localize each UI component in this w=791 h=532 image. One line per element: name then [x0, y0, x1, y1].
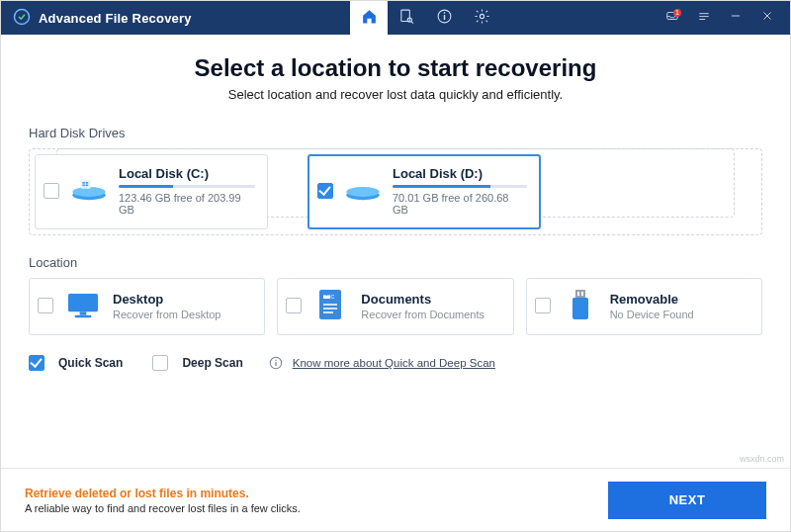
svg-line-3	[411, 21, 413, 23]
notifications-button[interactable]: 1	[659, 1, 685, 35]
svg-rect-20	[86, 182, 88, 184]
promo-subtitle: A reliable way to find and recover lost …	[25, 502, 301, 514]
svg-rect-1	[401, 10, 410, 21]
tab-home[interactable]	[350, 1, 388, 35]
location-sub: Recover from Desktop	[113, 309, 220, 320]
deep-scan-checkbox[interactable]	[152, 355, 168, 371]
gear-icon	[474, 8, 490, 29]
home-icon	[361, 8, 378, 29]
hdd-icon	[69, 177, 109, 205]
hdd-icon	[343, 177, 383, 205]
location-name: Removable	[610, 292, 694, 307]
promo-title: Retrieve deleted or lost files in minute…	[25, 487, 301, 500]
svg-rect-39	[275, 360, 276, 361]
svg-rect-29	[323, 304, 337, 306]
usb-icon	[561, 289, 600, 322]
location-checkbox-desktop[interactable]	[38, 298, 53, 313]
svg-rect-35	[577, 292, 579, 296]
drive-name: Local Disk (D:)	[393, 166, 527, 181]
quick-scan-checkbox[interactable]	[29, 355, 44, 371]
close-icon	[760, 9, 774, 27]
documents-icon: DOC	[311, 289, 351, 322]
location-sub: Recover from Documents	[361, 309, 484, 320]
location-card-desktop[interactable]: Desktop Recover from Desktop	[29, 278, 265, 335]
svg-rect-33	[575, 290, 585, 298]
page-subtitle: Select location and recover lost data qu…	[29, 87, 762, 102]
svg-rect-24	[68, 294, 98, 311]
titlebar-tabs	[350, 1, 500, 35]
feedback-button[interactable]	[691, 1, 717, 35]
quick-scan-label: Quick Scan	[58, 356, 123, 370]
svg-rect-19	[82, 184, 84, 186]
location-card-removable[interactable]: Removable No Device Found	[526, 278, 762, 335]
app-brand: Advanced File Recovery	[1, 8, 192, 29]
minimize-button[interactable]	[723, 1, 748, 35]
deep-scan-label: Deep Scan	[182, 356, 242, 370]
search-doc-icon	[398, 8, 415, 29]
capacity-bar	[119, 185, 255, 188]
svg-rect-18	[82, 182, 84, 184]
location-name: Documents	[361, 292, 484, 307]
menu-lines-icon	[697, 9, 711, 27]
svg-rect-25	[80, 312, 87, 315]
page-title: Select a location to start recovering	[29, 54, 762, 82]
watermark: wsxdn.com	[740, 454, 784, 464]
minimize-icon	[729, 9, 743, 27]
location-name: Desktop	[113, 292, 220, 307]
svg-rect-26	[75, 315, 92, 317]
svg-rect-6	[444, 12, 445, 13]
location-checkbox-documents[interactable]	[286, 298, 302, 313]
next-button[interactable]: NEXT	[608, 482, 766, 519]
tab-about[interactable]	[425, 1, 463, 35]
drive-freespace: 123.46 GB free of 203.99 GB	[119, 192, 255, 216]
title-bar: Advanced File Recovery 1	[1, 1, 790, 35]
svg-rect-38	[275, 362, 276, 366]
info-icon	[436, 8, 453, 29]
drive-freespace: 70.01 GB free of 260.68 GB	[393, 192, 527, 216]
svg-rect-34	[572, 298, 588, 319]
svg-text:DOC: DOC	[323, 294, 335, 300]
desktop-icon	[63, 289, 103, 322]
svg-rect-36	[581, 292, 583, 296]
info-icon	[269, 356, 283, 370]
capacity-bar	[393, 185, 527, 188]
locations-row: Desktop Recover from Desktop DOC Documen…	[29, 278, 762, 335]
tab-scan-results[interactable]	[388, 1, 425, 35]
drive-checkbox-d[interactable]	[317, 183, 333, 199]
svg-rect-21	[86, 184, 88, 186]
drive-card-c[interactable]: Local Disk (C:) 123.46 GB free of 203.99…	[35, 154, 268, 229]
svg-point-0	[15, 9, 30, 24]
app-logo-icon	[13, 8, 31, 29]
section-label-drives: Hard Disk Drives	[29, 126, 762, 140]
location-checkbox-removable[interactable]	[535, 298, 551, 313]
scan-options-row: Quick Scan Deep Scan Know more about Qui…	[29, 355, 762, 371]
drive-name: Local Disk (C:)	[119, 166, 255, 181]
section-label-location: Location	[29, 255, 762, 270]
drive-checkbox-c[interactable]	[44, 183, 59, 199]
scan-info-link[interactable]: Know more about Quick and Deep Scan	[293, 357, 495, 369]
drive-card-d[interactable]: Local Disk (D:) 70.01 GB free of 260.68 …	[308, 154, 541, 229]
location-card-documents[interactable]: DOC Documents Recover from Documents	[277, 278, 513, 335]
notification-badge: 1	[673, 9, 681, 17]
footer-bar: Retrieve deleted or lost files in minute…	[1, 468, 790, 531]
main-panel: Select a location to start recovering Se…	[1, 35, 790, 371]
close-button[interactable]	[754, 1, 780, 35]
svg-point-23	[346, 187, 379, 197]
tab-settings[interactable]	[463, 1, 500, 35]
drives-row: Local Disk (C:) 123.46 GB free of 203.99…	[29, 148, 762, 235]
location-sub: No Device Found	[610, 309, 694, 320]
promo-block: Retrieve deleted or lost files in minute…	[25, 487, 301, 514]
svg-rect-31	[323, 311, 333, 313]
svg-point-7	[480, 14, 483, 18]
app-title: Advanced File Recovery	[39, 11, 192, 26]
svg-rect-5	[444, 15, 445, 20]
svg-rect-30	[323, 308, 337, 310]
